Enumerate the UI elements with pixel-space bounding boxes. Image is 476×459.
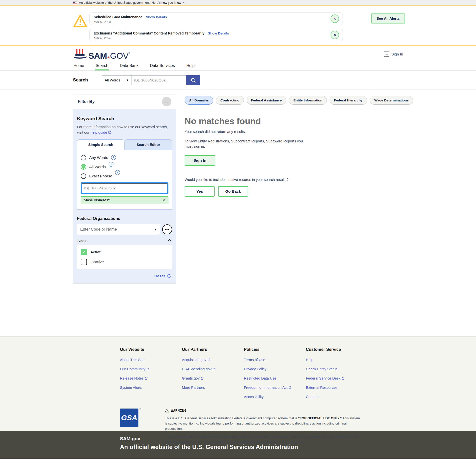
footer-col-our-partners: Our Partners Acquisition.gov USASpending… — [182, 347, 244, 404]
footer-link-more-partners[interactable]: More Partners — [182, 386, 244, 390]
keyword-input-focus-ring — [81, 182, 168, 194]
footer-link-federal-service-desk[interactable]: Federal Service Desk — [306, 376, 368, 380]
domain-tab-contracting[interactable]: Contracting — [216, 96, 244, 105]
radio-option-any-words[interactable]: Any Words i — [81, 155, 168, 160]
footer-link-foia[interactable]: Freedom of Information Act — [244, 386, 306, 390]
footer-link-accessibility[interactable]: Accessibility — [244, 395, 306, 399]
collapse-filters-button[interactable]: — — [162, 97, 171, 106]
keyword-help-text: For more information on how to use our k… — [77, 124, 172, 135]
more-organizations-button[interactable]: ••• — [162, 224, 172, 234]
show-details-link[interactable]: Show Details — [146, 15, 167, 19]
nav-item-help[interactable]: Help — [186, 62, 195, 70]
sign-in-link[interactable]: ← Sign In — [384, 51, 403, 57]
status-label: Status — [77, 239, 87, 243]
chevron-down-icon: ▾ — [183, 1, 184, 4]
nav-item-data-services[interactable]: Data Services — [149, 62, 175, 70]
help-guide-link[interactable]: help guide — [90, 130, 107, 134]
footer-link-usaspending-gov[interactable]: USASpending.gov — [182, 367, 244, 371]
status-header[interactable]: Status — [77, 239, 172, 243]
radio-option-exact-phrase[interactable]: Exact Phrase i — [81, 173, 168, 179]
search-icon — [190, 77, 196, 83]
footer-link-restricted-data-use[interactable]: Restricted Data Use — [244, 376, 306, 380]
federal-org-select[interactable]: Enter Code or Name ▼ — [77, 224, 160, 235]
footer-link-our-community[interactable]: Our Community — [120, 367, 182, 371]
warning-triangle-icon — [73, 14, 87, 29]
search-input[interactable] — [131, 75, 186, 85]
tab-simple-search[interactable]: Simple Search — [77, 139, 125, 150]
search-button[interactable] — [186, 75, 200, 85]
reset-refresh-icon[interactable] — [167, 274, 171, 278]
domain-tabs: All Domains Contracting Federal Assistan… — [185, 96, 476, 105]
domain-tab-wage-determinations[interactable]: Wage Determinations — [370, 96, 413, 105]
info-icon[interactable]: i — [115, 170, 120, 175]
warning-title: WARNING — [171, 409, 187, 413]
external-link-icon — [289, 386, 292, 390]
info-icon[interactable]: i — [109, 162, 113, 167]
yes-button[interactable]: Yes — [185, 186, 215, 197]
footer-link-acquisition-gov[interactable]: Acquisition.gov — [182, 358, 244, 362]
how-you-know-link[interactable]: Here’s how you know — [152, 1, 181, 4]
reset-link[interactable]: Reset — [154, 274, 165, 278]
uncle-sam-hat-icon — [73, 48, 87, 60]
registered-mark: ® — [139, 408, 141, 410]
footer-link-privacy-policy[interactable]: Privacy Policy — [244, 367, 306, 371]
status-option-inactive[interactable]: Inactive — [81, 259, 168, 265]
domain-tab-entity-information[interactable]: Entity Information — [289, 96, 327, 105]
keyword-input[interactable] — [82, 183, 167, 193]
see-all-alerts-button[interactable]: See All Alerts — [371, 13, 405, 23]
alert-close-button[interactable]: ✕ — [331, 14, 339, 23]
checkbox-checked-icon[interactable]: ✓ — [81, 249, 87, 255]
external-link-icon — [342, 377, 345, 381]
footer-link-external-resources[interactable]: External Resources — [306, 386, 368, 390]
domain-tab-federal-assistance[interactable]: Federal Assistance — [247, 96, 286, 105]
footer-link-about-this-site[interactable]: About This Site — [120, 358, 182, 362]
chip-remove-icon[interactable]: ✕ — [163, 198, 166, 202]
info-icon[interactable]: i — [111, 155, 116, 160]
tab-search-editor[interactable]: Search Editor — [125, 139, 172, 150]
nav-item-home[interactable]: Home — [73, 62, 85, 70]
close-icon: ✕ — [333, 33, 337, 37]
logo-text: SAM★GOV® — [88, 52, 130, 60]
filter-panel-header: Filter By — — [73, 94, 176, 109]
nav-item-data-bank[interactable]: Data Bank — [119, 62, 139, 70]
dropdown-arrow-icon: ▼ — [154, 228, 157, 231]
federal-organizations-heading: Federal Organizations — [77, 216, 172, 221]
checkbox-unchecked-icon[interactable] — [81, 259, 87, 265]
nav-item-search[interactable]: Search — [95, 62, 109, 70]
search-scope-select[interactable]: All Words ▼ — [102, 75, 131, 85]
radio-icon[interactable] — [81, 173, 86, 179]
alert-card: Scheduled SAM Maintenance Show Details M… — [89, 12, 343, 25]
star-icon: ★ — [107, 55, 110, 60]
footer-link-help[interactable]: Help — [306, 358, 368, 362]
footer-link-check-entity-status[interactable]: Check Entity Status — [306, 367, 368, 371]
results-sign-in-button[interactable]: Sign In — [185, 155, 215, 166]
dropdown-arrow-icon: ▼ — [126, 79, 129, 81]
keyword-search-heading: Keyword Search — [77, 116, 172, 121]
footer-col-policies: Policies Terms of Use Privacy Policy Res… — [244, 347, 306, 404]
footer-link-grants-gov[interactable]: Grants.gov — [182, 376, 244, 380]
footer-link-contact[interactable]: Contact — [306, 395, 368, 399]
search-bar-row: Search All Words ▼ — [0, 71, 476, 90]
footer-link-release-notes[interactable]: Release Notes — [120, 376, 182, 380]
go-back-button[interactable]: Go Back — [218, 186, 248, 197]
footer-columns: Our Website About This Site Our Communit… — [120, 347, 476, 404]
inactive-records-question: Would you like to include inactive recor… — [185, 178, 476, 182]
footer-col-customer-service: Customer Service Help Check Entity Statu… — [306, 347, 368, 404]
domain-tab-all-domains[interactable]: All Domains — [185, 96, 213, 105]
sam-gov-logo[interactable]: SAM★GOV® — [73, 48, 130, 60]
footer-link-system-alerts[interactable]: System Alerts — [120, 386, 182, 390]
footer-link-terms-of-use[interactable]: Terms of Use — [244, 358, 306, 362]
radio-icon[interactable] — [81, 155, 86, 160]
external-link-icon — [201, 377, 204, 381]
radio-option-all-words[interactable]: All Words i — [81, 164, 168, 170]
radio-selected-icon[interactable] — [81, 164, 86, 170]
sign-in-label: Sign In — [391, 52, 403, 56]
simple-search-box: Any Words i All Words i Exact Phrase i — [77, 150, 172, 210]
footer-heading: Customer Service — [306, 347, 368, 352]
status-option-active[interactable]: ✓ Active — [81, 249, 168, 255]
domain-tab-federal-hierarchy[interactable]: Federal Hierarchy — [330, 96, 367, 105]
alert-close-button[interactable]: ✕ — [331, 31, 339, 39]
chevron-up-icon[interactable] — [168, 239, 171, 242]
show-details-link[interactable]: Show Details — [208, 31, 229, 35]
warning-triangle-small-icon — [165, 409, 169, 413]
